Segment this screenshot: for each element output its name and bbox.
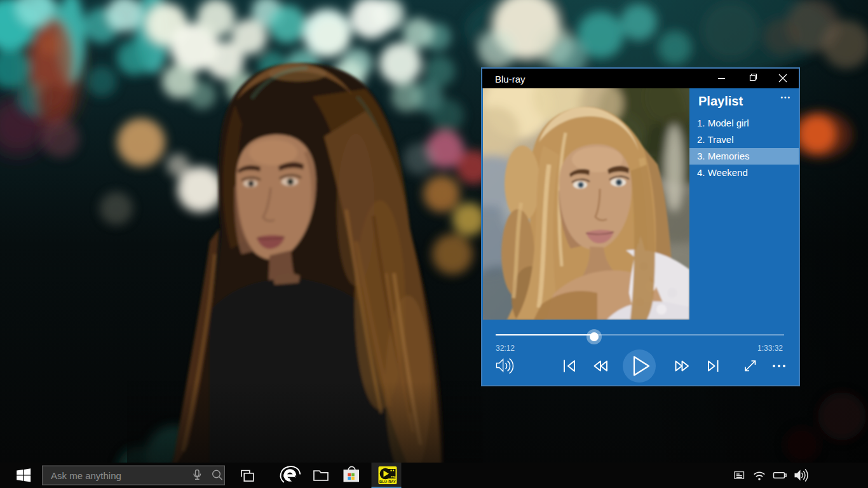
svg-text:BLU-RAY: BLU-RAY	[379, 480, 396, 484]
svg-text:Ask me anything: Ask me anything	[51, 470, 121, 481]
svg-text:PRO: PRO	[391, 475, 397, 478]
